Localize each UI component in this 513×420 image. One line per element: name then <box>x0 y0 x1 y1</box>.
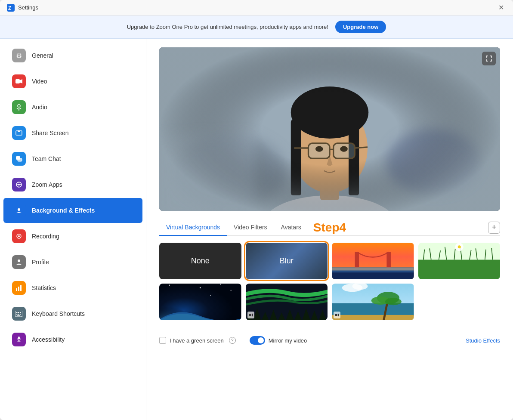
bottom-options: I have a green screen ? Mirror my video … <box>159 329 500 348</box>
backgrounds-grid: None Blur <box>159 243 500 320</box>
settings-window: Z Settings ✕ Upgrade to Zoom One Pro to … <box>0 0 513 420</box>
aurora-preview-image <box>246 284 328 320</box>
mirror-video-toggle[interactable] <box>250 336 265 345</box>
sidebar: ⚙ General Video <box>0 39 146 420</box>
statistics-icon <box>12 281 26 295</box>
window-title: Settings <box>18 4 38 11</box>
share-screen-icon <box>12 126 26 140</box>
background-bridge[interactable] <box>332 243 414 279</box>
sidebar-label-video: Video <box>32 78 47 85</box>
sidebar-item-recording[interactable]: Recording <box>3 224 142 249</box>
svg-point-75 <box>169 285 170 286</box>
upgrade-banner: Upgrade to Zoom One Pro to get unlimited… <box>0 15 513 39</box>
background-beach[interactable] <box>332 284 414 320</box>
svg-point-16 <box>18 208 20 211</box>
close-button[interactable]: ✕ <box>496 3 506 13</box>
svg-text:Z: Z <box>8 5 11 11</box>
green-screen-checkbox[interactable] <box>159 337 166 344</box>
background-aurora[interactable] <box>246 284 328 320</box>
sidebar-item-statistics[interactable]: Statistics <box>3 275 142 300</box>
team-chat-icon <box>12 152 26 166</box>
svg-point-80 <box>210 295 211 296</box>
tabs-row: Virtual Backgrounds Video Filters Avatar… <box>159 219 500 236</box>
svg-rect-58 <box>332 267 414 270</box>
sidebar-item-share-screen[interactable]: Share Screen <box>3 120 142 145</box>
mirror-video-label: Mirror my video <box>269 337 307 344</box>
sidebar-item-background-effects[interactable]: Background & Effects <box>3 198 142 223</box>
keyboard-shortcuts-icon <box>12 307 26 321</box>
sidebar-label-audio: Audio <box>32 104 47 111</box>
background-nature[interactable] <box>418 243 501 279</box>
background-effects-icon <box>12 204 26 217</box>
sidebar-item-zoom-apps[interactable]: Zoom Apps <box>3 172 142 197</box>
green-screen-label: I have a green screen <box>170 337 224 344</box>
svg-rect-2 <box>15 79 20 83</box>
svg-rect-24 <box>16 312 18 313</box>
svg-point-73 <box>457 245 460 248</box>
add-background-button[interactable]: + <box>488 222 500 234</box>
expand-button[interactable] <box>482 52 496 65</box>
video-overlay-beach <box>334 312 340 318</box>
sidebar-label-recording: Recording <box>32 233 59 240</box>
svg-rect-97 <box>332 315 414 320</box>
background-none-label: None <box>191 256 210 266</box>
main-content: ⚙ General Video <box>0 39 513 420</box>
background-none[interactable]: None <box>159 243 241 279</box>
svg-point-78 <box>220 284 221 284</box>
background-space[interactable] <box>159 284 241 320</box>
sidebar-label-profile: Profile <box>32 259 49 266</box>
svg-point-19 <box>18 259 20 262</box>
svg-rect-57 <box>386 252 391 270</box>
sidebar-item-keyboard-shortcuts[interactable]: Keyboard Shortcuts <box>3 301 142 326</box>
accessibility-icon <box>12 333 26 346</box>
sidebar-item-audio[interactable]: Audio <box>3 95 142 120</box>
svg-rect-27 <box>16 314 18 315</box>
tab-video-filters[interactable]: Video Filters <box>227 219 274 236</box>
sidebar-label-zoom-apps: Zoom Apps <box>32 181 62 188</box>
green-screen-help-icon[interactable]: ? <box>229 337 236 344</box>
svg-point-101 <box>385 298 402 306</box>
svg-rect-25 <box>18 312 19 313</box>
bridge-preview-image <box>332 243 414 279</box>
sidebar-item-accessibility[interactable]: Accessibility <box>3 327 142 352</box>
sidebar-label-accessibility: Accessibility <box>32 336 65 343</box>
svg-point-18 <box>18 235 20 237</box>
svg-rect-20 <box>16 288 17 291</box>
sidebar-label-background-effects: Background & Effects <box>32 207 95 214</box>
tab-virtual-backgrounds[interactable]: Virtual Backgrounds <box>159 219 227 236</box>
svg-rect-29 <box>20 314 21 315</box>
upgrade-now-button[interactable]: Upgrade now <box>335 21 386 33</box>
sidebar-item-general[interactable]: ⚙ General <box>3 43 142 68</box>
svg-rect-104 <box>335 314 337 316</box>
general-icon: ⚙ <box>12 49 26 62</box>
title-bar: Z Settings ✕ <box>0 0 513 15</box>
green-screen-option: I have a green screen ? <box>159 337 236 344</box>
background-blur[interactable]: Blur <box>246 243 328 279</box>
svg-rect-21 <box>18 287 19 291</box>
studio-effects-link[interactable]: Studio Effects <box>466 337 500 344</box>
svg-point-11 <box>18 184 20 185</box>
svg-rect-52 <box>159 47 500 211</box>
banner-text: Upgrade to Zoom One Pro to get unlimited… <box>127 24 328 30</box>
beach-preview-image <box>332 284 414 320</box>
sidebar-item-team-chat[interactable]: Team Chat <box>3 146 142 171</box>
zoom-apps-icon <box>12 178 26 191</box>
svg-rect-59 <box>332 272 414 279</box>
sidebar-item-profile[interactable]: Profile <box>3 250 142 275</box>
sidebar-item-video[interactable]: Video <box>3 69 142 94</box>
svg-rect-93 <box>249 314 251 316</box>
step4-label: Step4 <box>313 221 346 235</box>
svg-marker-3 <box>20 79 22 83</box>
sidebar-label-statistics: Statistics <box>32 284 56 291</box>
svg-rect-96 <box>332 303 414 316</box>
background-blur-label: Blur <box>280 256 294 266</box>
sidebar-label-team-chat: Team Chat <box>32 155 61 162</box>
svg-marker-105 <box>338 313 339 317</box>
tab-avatars[interactable]: Avatars <box>274 219 308 236</box>
nature-preview-image <box>418 243 501 279</box>
profile-icon <box>12 255 26 269</box>
svg-point-77 <box>200 287 201 288</box>
svg-marker-94 <box>252 313 253 317</box>
sidebar-label-keyboard-shortcuts: Keyboard Shortcuts <box>32 310 85 317</box>
title-bar-left: Z Settings <box>7 4 38 12</box>
